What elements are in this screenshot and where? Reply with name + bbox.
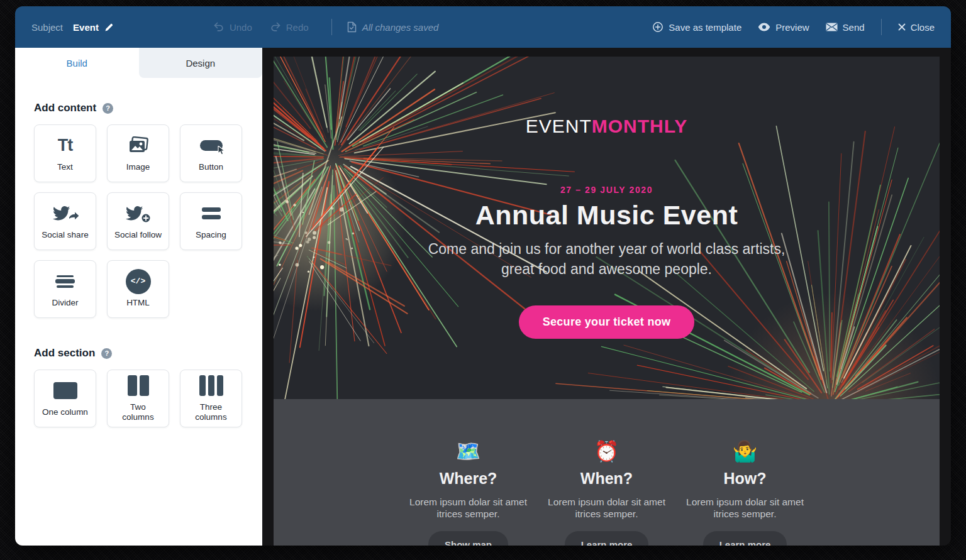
help-icon[interactable] xyxy=(101,348,112,359)
two-columns-icon xyxy=(128,375,149,397)
email-hero-section[interactable]: EVENTMONTHLY 27 – 29 JULY 2020 Annual Mu… xyxy=(274,57,940,399)
tile-label: Social share xyxy=(42,230,88,240)
close-icon xyxy=(898,23,906,31)
hero-content: EVENTMONTHLY 27 – 29 JULY 2020 Annual Mu… xyxy=(274,57,940,399)
social-follow-icon xyxy=(125,203,152,224)
section-block-two-columns[interactable]: Two columns xyxy=(107,370,169,427)
info-title[interactable]: How? xyxy=(723,469,766,488)
tab-design[interactable]: Design xyxy=(139,48,263,78)
toolbar-divider xyxy=(881,19,882,35)
redo-label: Redo xyxy=(286,22,309,33)
add-section-heading: Add section xyxy=(34,347,243,360)
learn-more-button[interactable]: Learn more xyxy=(565,531,649,546)
email-info-section[interactable]: 🗺️ Where? Lorem ipsum dolar sit amet itr… xyxy=(274,399,940,546)
content-block-social-share[interactable]: Social share xyxy=(34,192,96,250)
save-as-template-button[interactable]: Save as template xyxy=(652,21,741,33)
history-group: Undo Redo xyxy=(213,22,309,33)
tile-label: Three columns xyxy=(187,402,236,422)
info-column-how: 🤷‍♂️ How? Lorem ipsum dolar sit amet itr… xyxy=(676,439,814,546)
toolbar-actions: Save as template Preview Send Close xyxy=(652,19,935,35)
close-label: Close xyxy=(911,22,935,33)
info-text[interactable]: Lorem ipsum dolar sit amet itrices sempe… xyxy=(682,496,808,520)
one-column-icon xyxy=(53,380,77,402)
autosave-text: All changes saved xyxy=(362,22,439,33)
content-block-social-follow[interactable]: Social follow xyxy=(107,192,169,250)
section-block-one-column[interactable]: One column xyxy=(34,370,96,427)
world-map-emoji: 🗺️ xyxy=(456,439,481,463)
autosave-group: All changes saved xyxy=(331,19,439,35)
show-map-button[interactable]: Show map xyxy=(428,531,508,546)
preview-label: Preview xyxy=(775,22,809,33)
spacing-icon xyxy=(202,203,221,224)
toolbar-divider xyxy=(331,19,332,35)
add-section-label: Add section xyxy=(34,347,95,360)
tile-label: Button xyxy=(199,162,223,172)
info-title[interactable]: Where? xyxy=(440,469,497,488)
tile-label: HTML xyxy=(126,298,150,308)
email-builder-window: Subject Event Undo Redo xyxy=(15,6,951,546)
info-text[interactable]: Lorem ipsum dolar sit amet itrices sempe… xyxy=(544,496,670,520)
plus-circle-icon xyxy=(652,21,663,33)
subject-edit-button[interactable]: Event xyxy=(73,22,114,33)
shrug-emoji: 🤷‍♂️ xyxy=(733,439,758,463)
brand-event: EVENT xyxy=(526,116,592,136)
content-block-text[interactable]: Text xyxy=(34,124,96,182)
email-preview: EVENTMONTHLY 27 – 29 JULY 2020 Annual Mu… xyxy=(274,57,940,546)
send-label: Send xyxy=(843,22,865,33)
undo-label: Undo xyxy=(230,22,252,33)
content-block-divider[interactable]: Divider xyxy=(34,260,96,318)
document-check-icon xyxy=(347,21,357,33)
three-columns-icon xyxy=(199,375,223,397)
tile-label: One column xyxy=(42,407,88,417)
button-icon xyxy=(200,135,223,156)
event-subtitle[interactable]: Come and join us for another year of wor… xyxy=(421,239,792,279)
secure-ticket-button[interactable]: Secure your ticket now xyxy=(519,305,695,339)
autosave-status: All changes saved xyxy=(347,21,439,33)
content-block-image[interactable]: Image xyxy=(107,124,169,182)
section-block-three-columns[interactable]: Three columns xyxy=(180,370,242,427)
content-block-button[interactable]: Button xyxy=(180,124,242,182)
close-button[interactable]: Close xyxy=(898,22,935,33)
tile-label: Two columns xyxy=(114,402,163,422)
save-as-template-label: Save as template xyxy=(669,22,741,33)
event-date[interactable]: 27 – 29 JULY 2020 xyxy=(560,185,653,195)
redo-icon xyxy=(270,22,281,33)
brand-logo[interactable]: EVENTMONTHLY xyxy=(526,116,688,137)
eye-icon xyxy=(758,23,770,31)
build-sidebar: Build Design Add content Text xyxy=(15,48,262,546)
send-button[interactable]: Send xyxy=(826,22,865,33)
info-column-where: 🗺️ Where? Lorem ipsum dolar sit amet itr… xyxy=(399,439,538,546)
subject-value: Event xyxy=(73,22,99,33)
tile-label: Image xyxy=(126,162,150,172)
sidebar-tabbar: Build Design xyxy=(15,48,262,78)
tile-label: Divider xyxy=(52,298,78,308)
event-title[interactable]: Annual Music Event xyxy=(475,200,738,231)
add-content-label: Add content xyxy=(34,102,96,114)
top-toolbar: Subject Event Undo Redo xyxy=(15,6,951,48)
tile-label: Social follow xyxy=(114,230,162,240)
tab-build[interactable]: Build xyxy=(15,48,139,78)
email-canvas: EVENTMONTHLY 27 – 29 JULY 2020 Annual Mu… xyxy=(262,48,951,546)
preview-button[interactable]: Preview xyxy=(758,22,809,33)
section-blocks-grid: One column Two columns Three columns xyxy=(34,370,243,427)
info-title[interactable]: When? xyxy=(580,469,633,488)
text-icon xyxy=(58,135,72,156)
alarm-clock-emoji: ⏰ xyxy=(594,439,619,463)
html-icon xyxy=(126,269,151,294)
info-text[interactable]: Lorem ipsum dolar sit amet itrices sempe… xyxy=(406,496,531,520)
info-column-when: ⏰ When? Lorem ipsum dolar sit amet itric… xyxy=(538,439,676,546)
add-content-heading: Add content xyxy=(34,102,243,114)
undo-icon xyxy=(213,22,225,33)
social-share-icon xyxy=(52,203,79,224)
pencil-icon[interactable] xyxy=(104,23,114,32)
undo-button[interactable]: Undo xyxy=(213,22,252,33)
content-block-spacing[interactable]: Spacing xyxy=(180,192,242,250)
help-icon[interactable] xyxy=(103,103,113,114)
content-blocks-grid: Text Image Button xyxy=(34,124,243,318)
image-icon xyxy=(128,135,149,156)
subject-label: Subject xyxy=(31,22,63,33)
envelope-icon xyxy=(826,23,838,31)
redo-button[interactable]: Redo xyxy=(270,22,309,33)
content-block-html[interactable]: HTML xyxy=(107,260,169,318)
learn-more-button[interactable]: Learn more xyxy=(703,531,787,546)
